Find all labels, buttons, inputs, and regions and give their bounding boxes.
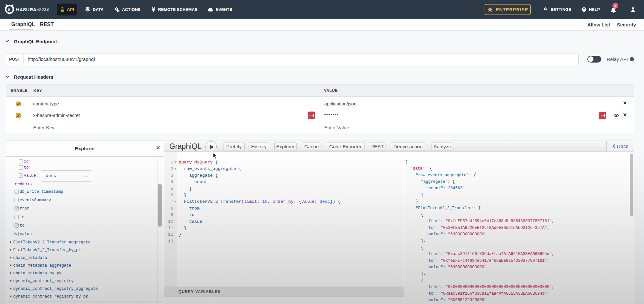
svg-text:?: ? [583, 8, 585, 11]
